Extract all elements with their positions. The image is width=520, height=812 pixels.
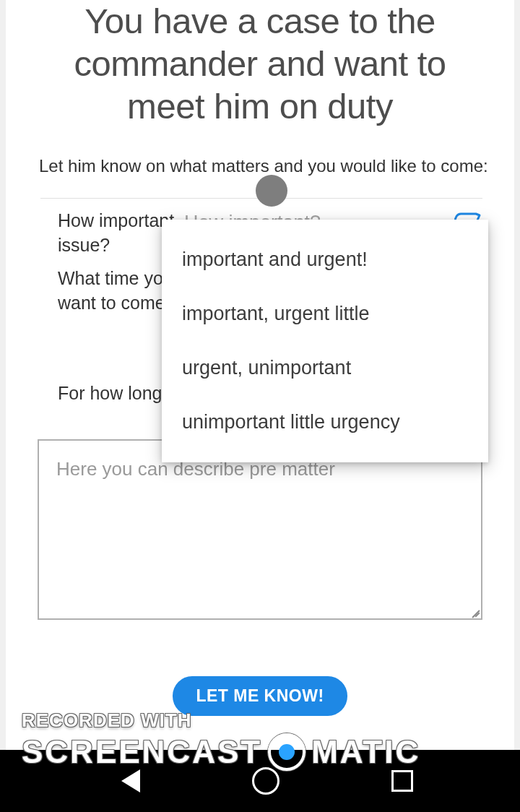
page-title: You have a case to the commander and wan… [36, 0, 484, 127]
dropdown-option[interactable]: important, urgent little [162, 287, 488, 341]
nav-recent-icon[interactable] [391, 770, 413, 792]
page-border-left [0, 0, 6, 750]
dropdown-option[interactable]: urgent, unimportant [162, 341, 488, 395]
page-subtitle: Let him know on what matters and you wou… [39, 156, 506, 176]
divider [40, 198, 482, 199]
android-navbar [0, 750, 520, 812]
resize-handle-icon[interactable] [468, 605, 480, 617]
nav-home-icon[interactable] [252, 767, 280, 795]
dropdown-option[interactable]: important and urgent! [162, 233, 488, 287]
description-textarea[interactable]: Here you can describe pre matter [38, 439, 482, 620]
dropdown-option[interactable]: unimportant little urgency [162, 395, 488, 449]
page-border-right [514, 0, 520, 750]
submit-button[interactable]: LET ME KNOW! [173, 676, 347, 716]
nav-back-icon[interactable] [121, 769, 140, 792]
importance-dropdown: important and urgent! important, urgent … [162, 220, 488, 462]
